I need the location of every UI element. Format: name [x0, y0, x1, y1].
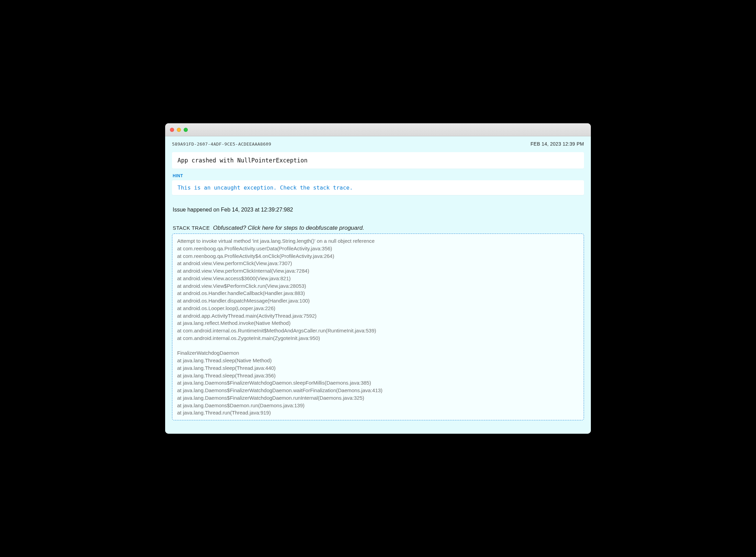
hint-text: This is an uncaught exception. Check the… [177, 184, 353, 191]
hint-panel: This is an uncaught exception. Check the… [172, 180, 584, 195]
issue-time: Issue happened on Feb 14, 2023 at 12:39:… [173, 207, 583, 213]
minimize-icon[interactable] [177, 128, 181, 132]
meta-row: 589A91FD-2607-4ADF-9CE5-ACDEEAAA8609 FEB… [165, 136, 591, 150]
crash-title-panel: App crashed with NullPointerException [172, 152, 584, 169]
crash-title: App crashed with NullPointerException [177, 157, 579, 164]
hint-label: HINT [173, 173, 583, 178]
titlebar [165, 123, 591, 136]
crash-id: 589A91FD-2607-4ADF-9CE5-ACDEEAAA8609 [172, 141, 271, 147]
stacktrace-header: STACK TRACE Obfuscated? Click here for s… [173, 225, 583, 231]
content-area: 589A91FD-2607-4ADF-9CE5-ACDEEAAA8609 FEB… [165, 136, 591, 434]
close-icon[interactable] [170, 128, 174, 132]
deobfuscate-link[interactable]: Obfuscated? Click here for steps to deob… [213, 225, 364, 231]
crash-timestamp: FEB 14, 2023 12:39 PM [530, 141, 584, 147]
stacktrace-box[interactable]: Attempt to invoke virtual method 'int ja… [172, 234, 584, 420]
stacktrace-label: STACK TRACE [173, 225, 210, 231]
fullscreen-icon[interactable] [184, 128, 188, 132]
app-window: 589A91FD-2607-4ADF-9CE5-ACDEEAAA8609 FEB… [165, 123, 591, 434]
